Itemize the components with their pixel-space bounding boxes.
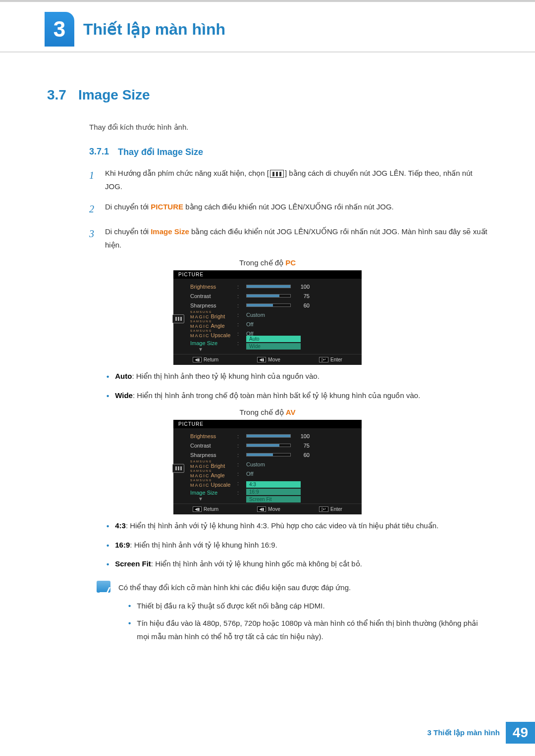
osd-panel-pc: PICTURE Brightness:100 Contrast:75 Sharp… <box>173 270 362 365</box>
section-title: Image Size <box>78 87 150 103</box>
osd-panel-av: PICTURE Brightness:100 Contrast:75 Sharp… <box>173 420 362 514</box>
note-intro: Có thể thay đổi kích cỡ màn hình khi các… <box>118 581 483 594</box>
osd-option-169: 16:9 <box>246 489 301 495</box>
step-number-2: 2 <box>89 200 98 218</box>
osd-menu-icon <box>172 464 184 473</box>
osd-footer: ◀▮Return ◀▮Move ▯↵Enter <box>173 504 362 514</box>
note-bullet-1: Thiết bị đầu ra kỹ thuật số được kết nối… <box>137 599 324 612</box>
osd-option-43: 4:3 <box>246 481 301 488</box>
step-3-text: Di chuyển tới Image Size bằng cách điều … <box>105 225 488 252</box>
subsection-heading: 3.7.1 Thay đổi Image Size <box>89 147 488 157</box>
osd-footer: ◀▮Return ◀▮Move ▯↵Enter <box>173 354 362 365</box>
osd-option-screenfit: Screen Fit <box>246 496 301 503</box>
section-intro: Thay đổi kích thước hình ảnh. <box>89 123 488 132</box>
section-heading: 3.7 Image Size <box>47 87 488 103</box>
chapter-header: 3 Thiết lập màn hình <box>0 2 535 52</box>
subsection-title: Thay đổi Image Size <box>118 147 203 157</box>
osd-title: PICTURE <box>173 270 362 279</box>
enter-key-icon: ▯↵ <box>319 357 328 362</box>
move-key-icon: ◀▮ <box>257 357 266 362</box>
osd-title: PICTURE <box>173 420 362 428</box>
page-footer: 3 Thiết lập màn hình 49 <box>0 722 535 744</box>
note-bullet-2: Tín hiệu đầu vào là 480p, 576p, 720p hoặ… <box>137 616 483 643</box>
move-key-icon: ◀▮ <box>257 506 266 512</box>
chapter-number: 3 <box>45 12 74 47</box>
osd-menu-icon <box>172 314 184 323</box>
footer-chapter-label: 3 Thiết lập màn hình <box>428 728 506 737</box>
return-key-icon: ◀▮ <box>193 357 202 362</box>
step-number-1: 1 <box>89 166 98 193</box>
footer-page-number: 49 <box>506 722 535 744</box>
bullet-list-av: •4:3: Hiển thị hình ảnh với tỷ lệ khung … <box>107 519 488 571</box>
menu-icon <box>270 170 284 178</box>
osd-option-wide: Wide <box>246 343 301 350</box>
chapter-title: Thiết lập màn hình <box>83 20 225 39</box>
note-block: Có thể thay đổi kích cỡ màn hình khi các… <box>97 581 488 647</box>
step-1-text: Khi Hướng dẫn phím chức năng xuất hiện, … <box>105 166 488 193</box>
caption-av: Trong chế độ AV <box>47 408 488 417</box>
enter-key-icon: ▯↵ <box>319 506 328 512</box>
step-number-3: 3 <box>89 225 98 252</box>
step-2-text: Di chuyển tới PICTURE bằng cách điều khi… <box>105 200 394 218</box>
caption-pc: Trong chế độ PC <box>47 258 488 267</box>
return-key-icon: ◀▮ <box>193 506 202 512</box>
step-list: 1 Khi Hướng dẫn phím chức năng xuất hiện… <box>89 166 488 252</box>
note-icon <box>97 581 110 593</box>
bullet-list-pc: •Auto: Hiển thị hình ảnh theo tỷ lệ khun… <box>107 370 488 402</box>
subsection-number: 3.7.1 <box>89 147 109 157</box>
osd-option-auto: Auto <box>246 336 301 342</box>
section-number: 3.7 <box>47 87 66 103</box>
